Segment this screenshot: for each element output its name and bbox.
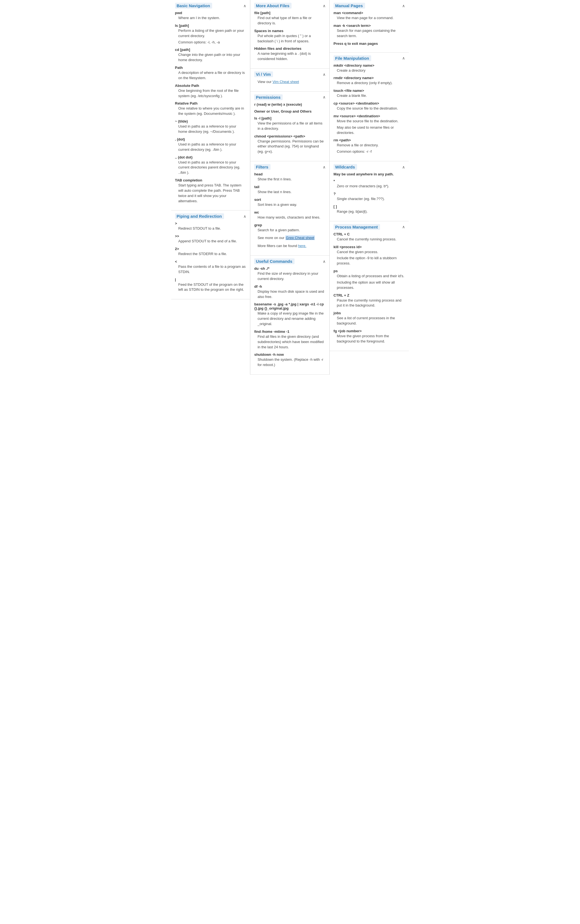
entry-desc: Common options: -l, -h, -a (175, 40, 246, 45)
collapse-icon[interactable]: ∧ (402, 3, 405, 8)
entry-title: rmdir <directory name> (334, 76, 405, 80)
entry-title: find /home -mtime -1 (254, 329, 326, 334)
entry: chmod <permissions> <path>Change permiss… (254, 134, 326, 155)
entry-title: kill <process id> (334, 245, 405, 249)
entry: . (dot)Used in paths as a reference to y… (175, 137, 246, 152)
entry-desc: Change permissions. Permissions can be e… (254, 139, 326, 155)
section-file-manipulation: File Manipulation∧mkdir <directory name>… (330, 53, 409, 161)
collapse-icon[interactable]: ∧ (402, 165, 405, 169)
section-header-basic-navigation: Basic Navigation∧ (175, 3, 246, 8)
entry-title: grep (254, 223, 326, 227)
entry: View our Vim Cheat sheet (254, 79, 326, 85)
entry-desc: More filters can be found here. (254, 244, 326, 249)
entry-desc: Sort lines in a given way. (254, 202, 326, 208)
section-title-basic-navigation: Basic Navigation (175, 3, 213, 8)
entry: PathA description of where a file or dir… (175, 66, 246, 81)
section-header-more-about-files: More About Files∧ (254, 3, 326, 8)
entry-desc: Show the last n lines. (254, 189, 326, 195)
entry: tailShow the last n lines. (254, 185, 326, 195)
collapse-icon[interactable]: ∧ (402, 56, 405, 60)
section-header-permissions: Permissions∧ (254, 94, 326, 100)
entry-desc: Zero or more characters (eg. b*). (334, 184, 405, 189)
entry-title: TAB completion (175, 178, 246, 182)
entry: Spaces in namesPut whole path in quotes … (254, 29, 326, 44)
entry-desc: Remove a directory (only if empty). (334, 81, 405, 86)
entry-desc: Start typing and press TAB. The system w… (175, 183, 246, 204)
entry-title: May be used anywhere in any path. (334, 172, 405, 176)
section-header-piping-redirection: Piping and Redirection∧ (175, 213, 246, 219)
entry-desc: Cancel the currently running process. (334, 237, 405, 242)
entry-title: Owner or User, Group and Others (254, 109, 326, 114)
entry: 2>Redirect the STDERR to a file. (175, 247, 246, 257)
entry: headShow the first n lines. (254, 172, 326, 182)
collapse-icon[interactable]: ∧ (244, 214, 246, 219)
collapse-icon[interactable]: ∧ (244, 3, 246, 8)
collapse-icon[interactable]: ∧ (323, 259, 326, 264)
entry: mv <source> <destination>Move the source… (334, 114, 405, 135)
entry-link[interactable]: here. (298, 244, 306, 248)
entry: pwdWhere am I in the system. (175, 11, 246, 21)
section-header-wildcards: Wildcards∧ (334, 164, 405, 170)
entry-desc: Perform a listing of the given path or y… (175, 28, 246, 39)
entry: CTRL + ZPause the currently running proc… (334, 293, 405, 308)
entry: <Pass the contents of a file to a progra… (175, 260, 246, 275)
entry: .. (dot dot)Used in paths as a reference… (175, 155, 246, 176)
entry-title: touch <file name> (334, 89, 405, 93)
entry: See more on our Grep Cheat sheet (254, 236, 326, 240)
entry-title: ps (334, 269, 405, 273)
collapse-icon[interactable]: ∧ (323, 95, 326, 99)
section-header-manual-pages: Manual Pages∧ (334, 3, 405, 8)
entry-desc: Used in paths as a reference to your hom… (175, 124, 246, 135)
section-header-process-management: Process Management∧ (334, 224, 405, 230)
entry-title: Relative Path (175, 101, 246, 105)
entry-title: jobs (334, 311, 405, 315)
entry-title: * (334, 179, 405, 183)
entry-title: fg <job number> (334, 329, 405, 333)
collapse-icon[interactable]: ∧ (402, 225, 405, 229)
section-vi-vim: Vi / Vim∧View our Vim Cheat sheet (250, 69, 330, 92)
entry: man -k <search term>Search for man pages… (334, 23, 405, 39)
section-header-file-manipulation: File Manipulation∧ (334, 55, 405, 61)
entry: basename -s .jpg -a *.jpg | xargs -n1 -i… (254, 302, 326, 327)
section-header-vi-vim: Vi / Vim∧ (254, 71, 326, 77)
entry: TAB completionStart typing and press TAB… (175, 178, 246, 204)
entry-title: .. (dot dot) (175, 155, 246, 159)
entry: Relative PathOne relative to where you c… (175, 101, 246, 117)
entry: df -hDisplay how much disk space is used… (254, 284, 326, 300)
column-0: Basic Navigation∧pwdWhere am I in the sy… (171, 0, 250, 375)
entry-title: Spaces in names (254, 29, 326, 33)
entry: Absolute PathOne beginning from the root… (175, 84, 246, 99)
collapse-icon[interactable]: ∧ (323, 72, 326, 77)
entry: rmdir <directory name>Remove a directory… (334, 76, 405, 86)
entry-desc: View the man page for a command. (334, 15, 405, 21)
entry: sortSort lines in a given way. (254, 198, 326, 208)
entry-desc: Range (eg. b[aio]t). (334, 209, 405, 214)
entry-title: mkdir <directory name> (334, 63, 405, 68)
entry-desc: One relative to where you currently are … (175, 106, 246, 117)
collapse-icon[interactable]: ∧ (323, 3, 326, 8)
entry: kill <process id>Cancel the given proces… (334, 245, 405, 267)
entry-title: man -k <search term> (334, 23, 405, 28)
entry-desc: Feed the STDOUT of the program on the le… (175, 282, 246, 293)
entry: rm <path>Remove a file or directory.Comm… (334, 138, 405, 154)
collapse-icon[interactable]: ∧ (323, 165, 326, 169)
entry-link[interactable]: Grep Cheat sheet (285, 236, 315, 240)
entry-desc: May also be used to rename files or dire… (334, 125, 405, 135)
entry-desc: Make a copy of every jpg image file in t… (254, 311, 326, 327)
entry-desc: A name beginning with a . (dot) is consi… (254, 51, 326, 62)
entry: >Redirect STDOUT to a file. (175, 221, 246, 231)
entry: CTRL + CCancel the currently running pro… (334, 232, 405, 242)
entry-title: man <command> (334, 11, 405, 15)
entry-title: cd [path] (175, 48, 246, 52)
entry-link[interactable]: Vim Cheat sheet (272, 80, 299, 84)
section-useful-commands: Useful Commands∧du -sh ./*Find the size … (250, 255, 330, 375)
entry: [ ]Range (eg. b[aio]t). (334, 204, 405, 214)
section-title-vi-vim: Vi / Vim (254, 71, 273, 77)
entry-title: Hidden files and directories (254, 46, 326, 51)
entry-desc: Where am I in the system. (175, 15, 246, 21)
page: Basic Navigation∧pwdWhere am I in the sy… (171, 0, 409, 375)
entry-desc: Redirect the STDERR to a file. (175, 252, 246, 257)
entry: touch <file name>Create a blank file. (334, 89, 405, 99)
entry-title: r (read) w (write) x (execute) (254, 102, 326, 107)
entry: du -sh ./*Find the size of every directo… (254, 267, 326, 282)
